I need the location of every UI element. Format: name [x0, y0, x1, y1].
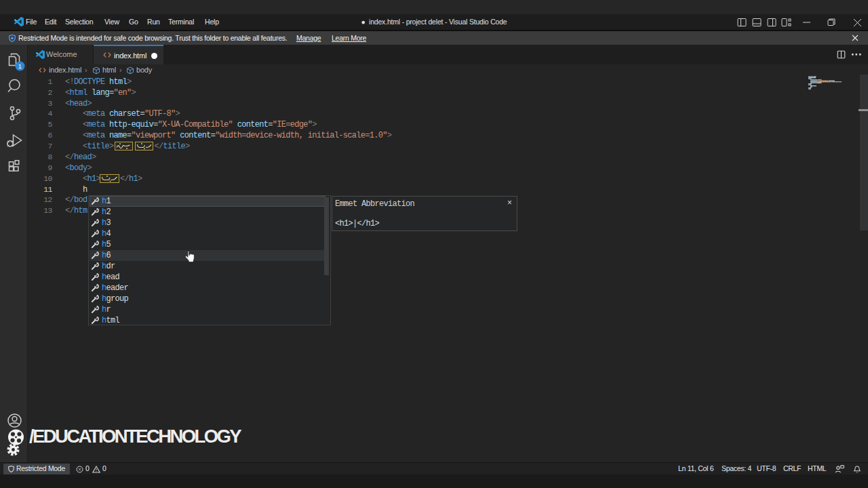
svg-text:1: 1: [18, 62, 22, 70]
